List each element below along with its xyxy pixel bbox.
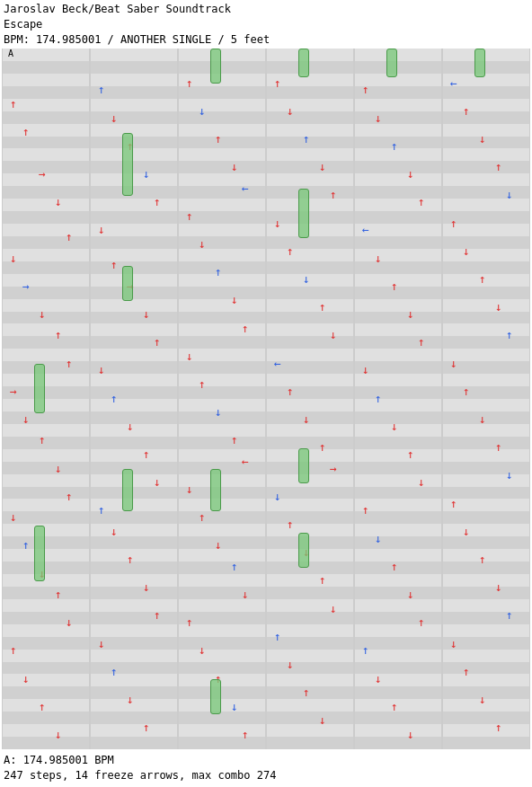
arrow: ↑: [143, 721, 150, 733]
arrow: ↑: [186, 77, 193, 89]
arrow: ↓: [98, 638, 105, 650]
arrow: ↓: [450, 638, 457, 650]
arrow: ↓: [319, 714, 326, 726]
arrow: ↑: [111, 393, 118, 404]
freeze-bar: [298, 533, 309, 568]
arrow: ↓: [330, 329, 337, 340]
arrow: ↓: [391, 420, 398, 432]
lane-1: A ↑↑→↓↑↓→↓↑↑→↓↑↓↑↓↑↓↑↓↑↓↑↓: [2, 49, 90, 749]
arrow: ↑: [319, 441, 326, 453]
arrow: ↓: [10, 511, 17, 523]
arrow: ↓: [55, 196, 62, 208]
arrow: ↓: [375, 252, 382, 264]
title: Jaroslav Beck/Beat Saber Soundtrack: [4, 2, 528, 17]
arrow: ↑: [274, 631, 281, 642]
lane-3: ↑↓↑↓←↑↓↑↓↑↓↑↓↑←↓↑↓↑↓↑↓↑↓↑: [178, 49, 266, 749]
arrow: ↑: [111, 259, 118, 270]
arrow: ↑: [242, 729, 249, 740]
arrow: ↑: [199, 511, 206, 523]
arrow: ↑: [22, 126, 30, 137]
arrow: ↑: [495, 721, 502, 733]
arrow: ↑: [186, 616, 193, 628]
arrow: ↑: [199, 378, 206, 390]
arrow: ↑: [242, 323, 249, 334]
arrow: ↑: [127, 553, 134, 565]
arrow: ↓: [199, 105, 206, 117]
arrow: ↑: [55, 588, 62, 600]
bpm-line: BPM: 174.985001 / ANOTHER SINGLE / 5 fee…: [4, 32, 528, 48]
lane-6: ←↑↓↑↓↑↓↑↓↑↓↑↓↑↓↑↓↑↓↑↓↑↓↑: [442, 49, 530, 749]
arrow: ↑: [391, 140, 398, 152]
freeze-bar: [298, 49, 309, 76]
arrow: ↑: [154, 609, 161, 621]
arrow: ↓: [303, 413, 310, 425]
arrow: →: [10, 385, 17, 397]
arrow: ↓: [98, 224, 105, 235]
arrow: ↑: [362, 504, 369, 516]
arrow: ↑: [506, 329, 513, 340]
arrow: ↓: [186, 483, 193, 495]
arrow: ↓: [66, 616, 73, 628]
arrow: ↓: [362, 364, 369, 376]
arrow: ↓: [199, 238, 206, 250]
arrow: →: [39, 168, 46, 180]
arrow: ↑: [303, 133, 310, 145]
arrow: ↓: [479, 694, 486, 705]
arrow: ↑: [154, 196, 161, 208]
arrow: ←: [450, 77, 457, 89]
arrow: ↑: [287, 245, 294, 257]
arrow: ↓: [111, 526, 118, 537]
arrow: ↑: [495, 441, 502, 453]
arrow: ↑: [274, 77, 281, 89]
arrow: →: [330, 463, 337, 474]
arrow: ↓: [98, 364, 105, 376]
arrow: ↓: [495, 301, 502, 313]
arrow: ↓: [375, 673, 382, 685]
freeze-bar: [474, 49, 485, 76]
arrow: ←: [274, 358, 281, 369]
arrow: ↑: [303, 686, 310, 698]
arrow: ↓: [479, 413, 486, 425]
arrow: ↓: [55, 729, 62, 740]
arrow: ↓: [55, 463, 62, 474]
freeze-bar: [210, 679, 221, 714]
arrow: ↓: [242, 588, 249, 600]
lane-4: ↑↓↑↓↑↓↑↓↑↓←↑↓↑→↓↑↓↑↓↑↓↑↓: [266, 49, 354, 749]
freeze-bar: [210, 49, 221, 84]
arrow: ↑: [215, 133, 222, 145]
arrow: ←: [242, 455, 249, 467]
arrow: ↓: [127, 420, 134, 432]
arrow: ↑: [39, 434, 46, 446]
arrow: ↑: [287, 385, 294, 397]
arrow: ↓: [407, 308, 414, 320]
arrow: ↑: [39, 701, 46, 712]
lane-2: ↑↓↑↓↑↓↑→↓↑↓↑↓↑↓↑↓↑↓↑↓↑↓↑: [90, 49, 178, 749]
freeze-bar: [298, 189, 309, 238]
arrow: ↑: [98, 84, 105, 95]
arrow: ↓: [303, 273, 310, 285]
arrow: ↑: [143, 448, 150, 460]
arrow: ↑: [391, 561, 398, 572]
arrow: ↑: [407, 448, 414, 460]
arrow: ↓: [495, 581, 502, 593]
freeze-bar: [386, 49, 397, 76]
arrow: ↑: [215, 266, 222, 278]
freeze-bar: [122, 469, 133, 511]
arrow: ↓: [143, 308, 150, 320]
arrow: ↑: [362, 644, 369, 656]
arrow: ↑: [186, 210, 193, 222]
arrow: ↑: [418, 616, 425, 628]
freeze-bar: [122, 133, 133, 196]
arrow: ↓: [231, 294, 238, 305]
arrow: ↓: [199, 644, 206, 656]
arrow: ↓: [143, 581, 150, 593]
arrow: ↑: [391, 701, 398, 712]
arrow: ↓: [330, 603, 337, 615]
arrow: ↓: [450, 358, 457, 369]
arrow: ↑: [22, 539, 30, 551]
arrow: ←: [362, 224, 369, 235]
arrow: ↓: [22, 413, 30, 425]
arrow: ↑: [391, 280, 398, 292]
freeze-bar: [34, 364, 45, 413]
arrow: ←: [242, 182, 249, 194]
